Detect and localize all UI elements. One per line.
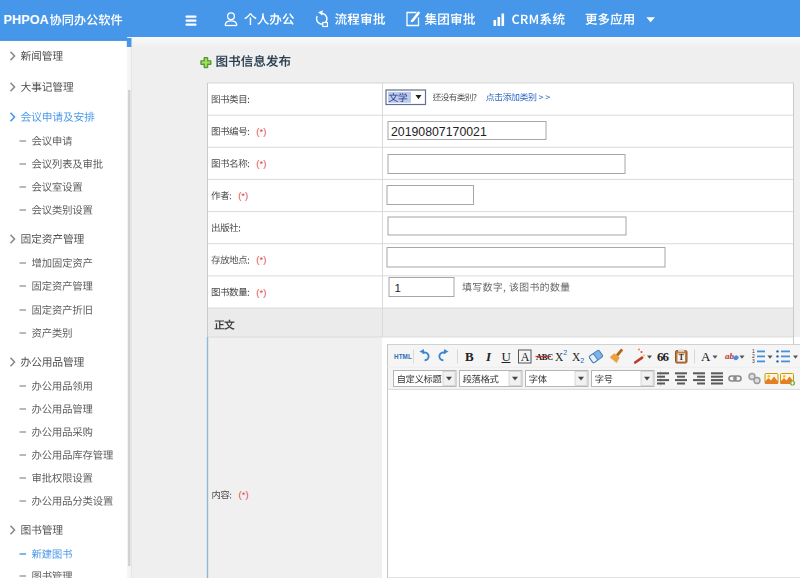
svg-text:B: B: [465, 349, 474, 364]
svg-text:A: A: [521, 350, 530, 364]
svg-text:A: A: [701, 349, 711, 364]
svg-text:ab: ab: [725, 351, 735, 361]
svg-text:HTML: HTML: [394, 353, 412, 360]
svg-text:(*): (*): [256, 158, 266, 169]
svg-text:3: 3: [752, 358, 755, 364]
svg-text:(*): (*): [238, 190, 248, 201]
svg-text:2: 2: [563, 349, 567, 356]
svg-text:2: 2: [580, 357, 584, 364]
svg-text:T: T: [679, 353, 684, 362]
svg-text:20190807170021: 20190807170021: [391, 125, 487, 139]
svg-text:(*): (*): [256, 287, 266, 298]
svg-text:(*): (*): [256, 254, 266, 265]
svg-text:I: I: [485, 349, 492, 364]
svg-text:U: U: [502, 349, 512, 364]
svg-text:(*): (*): [256, 126, 266, 137]
svg-text:1: 1: [395, 282, 401, 294]
svg-text:(*): (*): [239, 489, 249, 500]
svg-text:66: 66: [657, 349, 670, 364]
svg-text:PHPOA: PHPOA: [4, 13, 49, 27]
